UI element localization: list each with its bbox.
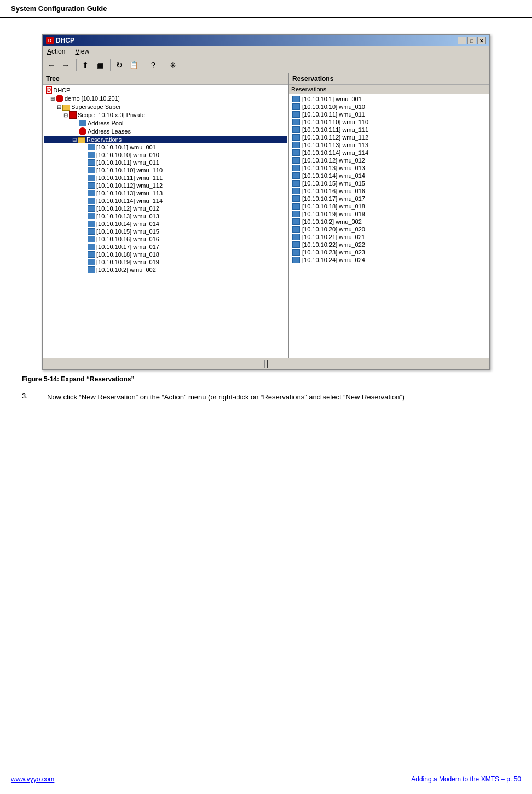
right-list-item[interactable]: [10.10.10.15] wmu_015 (290, 179, 488, 187)
res-item-label: [10.10.10.113] wmu_113 (302, 142, 368, 148)
instruction-row: 3. Now click “New Reservation” on the “A… (22, 392, 510, 403)
tree-pane-content[interactable]: D DHCP ⊟ demo [10.10.10.201] ⊟ (43, 85, 288, 358)
right-pane-header-label: Reservations (292, 75, 333, 83)
res-icon (88, 182, 95, 189)
tree-node-demo[interactable]: ⊟ demo [10.10.10.201] (44, 94, 287, 103)
res-icon (292, 180, 300, 187)
right-list-item[interactable]: [10.10.10.18] wmu_018 (290, 202, 488, 210)
res-icon (88, 221, 95, 227)
res-icon (292, 134, 300, 141)
back-button[interactable]: ← (45, 59, 58, 71)
right-list-item[interactable]: [10.10.10.16] wmu_016 (290, 187, 488, 195)
tree-node-res-001[interactable]: [10.10.10.1] wmu_001 (44, 143, 287, 151)
right-list-item[interactable]: [10.10.10.23] wmu_023 (290, 248, 488, 256)
tree-node-res-113[interactable]: [10.10.10.113] wmu_113 (44, 189, 287, 197)
right-pane-header: Reservations (289, 73, 489, 85)
res-label: [10.10.10.14] wmu_014 (96, 221, 159, 227)
maximize-button[interactable]: □ (467, 37, 476, 44)
right-list-item[interactable]: [10.10.10.1] wmu_001 (290, 95, 488, 103)
action-menu[interactable]: Action (45, 47, 67, 56)
tree-node-res-112[interactable]: [10.10.10.112] wmu_112 (44, 182, 287, 189)
tree-node-dhcp[interactable]: D DHCP (44, 86, 287, 94)
forward-button[interactable]: → (59, 59, 72, 71)
res-item-label: [10.10.10.11] wmu_011 (302, 111, 365, 118)
res-label: [10.10.10.13] wmu_013 (96, 213, 159, 219)
tree-node-address-pool[interactable]: Address Pool (44, 119, 287, 127)
res-item-label: [10.10.10.13] wmu_013 (302, 165, 365, 171)
right-list-item[interactable]: [10.10.10.114] wmu_114 (290, 149, 488, 157)
refresh-button[interactable]: ↻ (113, 59, 126, 71)
minimize-button[interactable]: _ (458, 37, 466, 44)
res-icon (292, 203, 300, 210)
res-icon (292, 234, 300, 240)
toolbar-sep-1 (74, 59, 77, 71)
right-list-item[interactable]: [10.10.10.13] wmu_013 (290, 164, 488, 172)
res-label: [10.10.10.112] wmu_112 (96, 182, 163, 189)
view-menu-label: iew (79, 48, 89, 55)
right-list-item[interactable]: [10.10.10.110] wmu_110 (290, 118, 488, 126)
tree-node-superscope[interactable]: ⊟ Superscope Super (44, 103, 287, 111)
res-item-label: [10.10.10.2] wmu_002 (302, 218, 362, 225)
res-item-label: [10.10.10.24] wmu_024 (302, 257, 365, 263)
res-icon (88, 167, 95, 173)
res-icon (292, 226, 300, 233)
right-list-item[interactable]: [10.10.10.111] wmu_111 (290, 126, 488, 134)
view-button[interactable]: ▦ (93, 59, 106, 71)
res-item-label: [10.10.10.1] wmu_001 (302, 96, 362, 102)
tree-node-res-017[interactable]: [10.10.10.17] wmu_017 (44, 243, 287, 251)
right-list-item[interactable]: [10.10.10.22] wmu_022 (290, 241, 488, 248)
right-list-item[interactable]: [10.10.10.10] wmu_010 (290, 103, 488, 111)
view-menu[interactable]: View (73, 47, 91, 56)
right-list-item[interactable]: [10.10.10.113] wmu_113 (290, 141, 488, 149)
tree-node-res-002[interactable]: [10.10.10.2] wmu_002 (44, 266, 287, 274)
res-label: [10.10.10.17] wmu_017 (96, 244, 159, 250)
tree-node-res-016[interactable]: [10.10.10.16] wmu_016 (44, 235, 287, 243)
tree-node-reservations[interactable]: ⊟ Reservations (44, 136, 287, 143)
help-button[interactable]: ? (147, 59, 160, 71)
titlebar-buttons[interactable]: _ □ ✕ (458, 37, 486, 44)
res-item-label: [10.10.10.20] wmu_020 (302, 226, 365, 233)
tree-node-res-013[interactable]: [10.10.10.13] wmu_013 (44, 212, 287, 220)
right-list-item[interactable]: [10.10.10.112] wmu_112 (290, 134, 488, 141)
right-list-item[interactable]: [10.10.10.21] wmu_021 (290, 233, 488, 241)
statusbar-panel (45, 360, 265, 368)
figure-caption: Figure 5-14: Expand “Reservations” (22, 375, 510, 383)
res-icon (292, 126, 300, 133)
res-label: [10.10.10.2] wmu_002 (96, 266, 156, 273)
right-list-item[interactable]: [10.10.10.19] wmu_019 (290, 210, 488, 218)
tree-node-scope[interactable]: ⊟ Scope [10.10.x.0] Private (44, 111, 287, 119)
tree-node-res-114[interactable]: [10.10.10.114] wmu_114 (44, 197, 287, 205)
tree-node-res-018[interactable]: [10.10.10.18] wmu_018 (44, 251, 287, 258)
right-list-item[interactable]: [10.10.10.2] wmu_002 (290, 218, 488, 225)
up-button[interactable]: ⬆ (79, 59, 92, 71)
toolbar-sep-3 (142, 59, 144, 71)
window-menubar: Action View (43, 46, 489, 57)
close-button[interactable]: ✕ (477, 37, 486, 44)
tree-node-res-019[interactable]: [10.10.10.19] wmu_019 (44, 258, 287, 266)
tree-node-address-leases[interactable]: Address Leases (44, 127, 287, 136)
tree-node-res-110[interactable]: [10.10.10.110] wmu_110 (44, 166, 287, 174)
tree-node-res-014[interactable]: [10.10.10.14] wmu_014 (44, 220, 287, 228)
right-list-item[interactable]: [10.10.10.24] wmu_024 (290, 256, 488, 264)
footer-website[interactable]: www.vyyo.com (11, 775, 54, 783)
right-list-item[interactable]: [10.10.10.14] wmu_014 (290, 172, 488, 179)
right-list-item[interactable]: [10.10.10.20] wmu_020 (290, 225, 488, 233)
res-icon (88, 228, 95, 235)
tree-node-res-011[interactable]: [10.10.10.11] wmu_011 (44, 159, 287, 166)
tree-node-res-111[interactable]: [10.10.10.111] wmu_111 (44, 174, 287, 182)
right-pane-content[interactable]: [10.10.10.1] wmu_001[10.10.10.10] wmu_01… (289, 94, 489, 358)
header-title: System Configuration Guide (11, 4, 107, 13)
extra-button[interactable]: ✳ (166, 59, 180, 71)
tree-node-res-015[interactable]: [10.10.10.15] wmu_015 (44, 228, 287, 235)
right-list-item[interactable]: [10.10.10.17] wmu_017 (290, 195, 488, 202)
tree-node-res-010[interactable]: [10.10.10.10] wmu_010 (44, 151, 287, 159)
tree-node-res-012[interactable]: [10.10.10.12] wmu_012 (44, 205, 287, 212)
res-label: [10.10.10.10] wmu_010 (96, 152, 159, 158)
page-header: System Configuration Guide (0, 0, 532, 18)
tree-node-label-scope: Scope [10.10.x.0] Private (78, 112, 145, 118)
right-list-item[interactable]: [10.10.10.12] wmu_012 (290, 157, 488, 164)
export-button[interactable]: 📋 (127, 59, 140, 71)
step-number: 3. (22, 392, 38, 400)
right-list-item[interactable]: [10.10.10.11] wmu_011 (290, 111, 488, 118)
res-label: [10.10.10.19] wmu_019 (96, 259, 159, 265)
